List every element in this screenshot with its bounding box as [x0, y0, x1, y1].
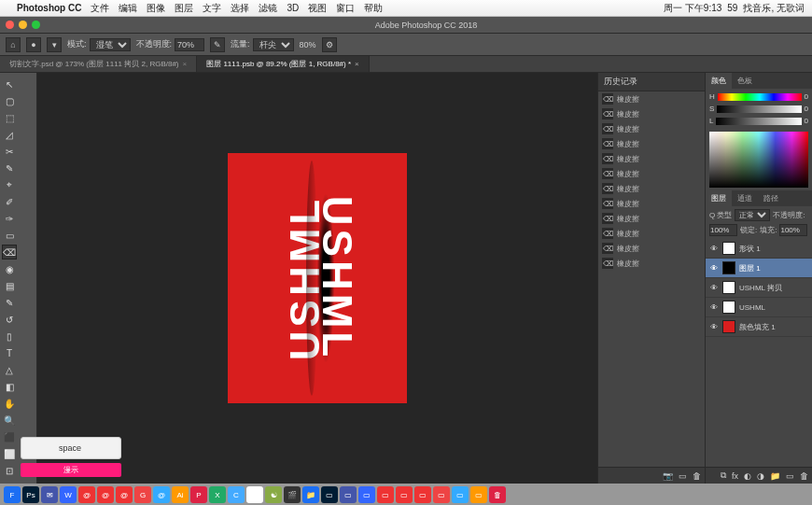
camera-icon[interactable]: 📷 — [663, 471, 673, 481]
visibility-icon[interactable]: 👁 — [709, 264, 719, 273]
tool-10[interactable]: ⌫ — [2, 245, 17, 260]
tool-19[interactable]: ✋ — [2, 396, 17, 411]
dock-app-15[interactable]: 🎬 — [284, 486, 301, 503]
link-icon[interactable]: ⧉ — [721, 470, 726, 481]
channels-tab[interactable]: 通道 — [732, 190, 758, 206]
color-tab[interactable]: 颜色 — [706, 73, 732, 89]
group-icon[interactable]: 📁 — [770, 471, 780, 481]
dock-app-25[interactable]: ▭ — [470, 486, 487, 503]
dock-app-26[interactable]: 🗑 — [489, 486, 506, 503]
dock-app-22[interactable]: ▭ — [414, 486, 431, 503]
history-item[interactable]: ⌫橡皮擦 — [598, 181, 705, 196]
dock-app-7[interactable]: G — [134, 486, 151, 503]
tool-16[interactable]: T — [2, 345, 17, 360]
history-item[interactable]: ⌫橡皮擦 — [598, 211, 705, 226]
dock-app-23[interactable]: ▭ — [433, 486, 450, 503]
mode-select[interactable]: 湿笔 — [90, 38, 131, 51]
layers-tab[interactable]: 图层 — [706, 190, 732, 206]
tool-18[interactable]: ◧ — [2, 379, 17, 394]
history-item[interactable]: ⌫橡皮擦 — [598, 136, 705, 151]
flow-select[interactable]: 杆尖 — [253, 38, 294, 51]
close-icon[interactable] — [6, 21, 14, 29]
visibility-icon[interactable]: 👁 — [709, 284, 719, 292]
close-icon[interactable]: × — [355, 60, 359, 68]
tool-5[interactable]: ✎ — [2, 161, 17, 175]
history-item[interactable]: ⌫橡皮擦 — [598, 151, 705, 166]
trash-icon[interactable]: 🗑 — [800, 471, 808, 481]
tool-8[interactable]: ✑ — [2, 211, 17, 226]
minimize-icon[interactable] — [19, 21, 27, 29]
menu-edit[interactable]: 编辑 — [119, 2, 137, 15]
tool-2[interactable]: ⬚ — [2, 110, 17, 125]
doc-tab-1[interactable]: 图层 1111.psb @ 89.2% (图层 1, RGB/8#) *× — [197, 56, 370, 72]
swatches-tab[interactable]: 色板 — [732, 73, 758, 89]
layer-item[interactable]: 👁形状 1 — [706, 239, 812, 259]
layer-item[interactable]: 👁USHML 拷贝 — [706, 278, 812, 298]
dock-app-24[interactable]: ▭ — [452, 486, 469, 503]
dock-app-13[interactable]: ◯ — [246, 486, 263, 503]
tool-7[interactable]: ✐ — [2, 194, 17, 209]
tool-15[interactable]: ▯ — [2, 329, 17, 344]
layer-thumbnail[interactable] — [722, 261, 735, 274]
dock-app-9[interactable]: Ai — [172, 486, 189, 503]
dock-app-11[interactable]: X — [209, 486, 226, 503]
dock-app-20[interactable]: ▭ — [377, 486, 394, 503]
tool-6[interactable]: ⌖ — [2, 177, 17, 192]
tool-0[interactable]: ↖ — [2, 77, 17, 91]
menu-3d[interactable]: 3D — [287, 3, 299, 13]
tool-23[interactable]: ⊡ — [2, 463, 17, 478]
history-item[interactable]: ⌫橡皮擦 — [598, 256, 705, 271]
pressure-opacity-icon[interactable]: ✎ — [210, 37, 225, 52]
zoom-icon[interactable] — [32, 21, 40, 29]
history-item[interactable]: ⌫橡皮擦 — [598, 121, 705, 136]
fx-icon[interactable]: fx — [732, 471, 738, 481]
layer-item[interactable]: 👁颜色填充 1 — [706, 317, 812, 337]
settings-icon[interactable]: ⚙ — [322, 37, 337, 52]
tool-4[interactable]: ✂ — [2, 144, 17, 159]
hue-slider[interactable] — [718, 93, 802, 101]
adjustment-icon[interactable]: ◑ — [757, 471, 764, 481]
history-item[interactable]: ⌫橡皮擦 — [598, 196, 705, 211]
new-layer-icon[interactable]: ▭ — [786, 471, 794, 481]
other-value[interactable]: 80% — [300, 40, 316, 49]
history-item[interactable]: ⌫橡皮擦 — [598, 241, 705, 256]
dock-app-17[interactable]: ▭ — [321, 486, 338, 503]
tool-12[interactable]: ▤ — [2, 278, 17, 293]
blend-mode-select[interactable]: 正常 — [735, 209, 770, 221]
dock-app-19[interactable]: ▭ — [358, 486, 375, 503]
dock-app-14[interactable]: ☯ — [265, 486, 282, 503]
dock-app-4[interactable]: @ — [78, 486, 95, 503]
dock-app-5[interactable]: @ — [97, 486, 114, 503]
opacity-input[interactable] — [175, 38, 204, 51]
app-name[interactable]: Photoshop CC — [17, 3, 81, 13]
layer-item[interactable]: 👁USHML — [706, 298, 812, 317]
history-item[interactable]: ⌫橡皮擦 — [598, 106, 705, 121]
menu-view[interactable]: 视图 — [308, 2, 327, 15]
status-clock[interactable]: 周一 下午9:13 — [664, 2, 721, 15]
menu-file[interactable]: 文件 — [91, 2, 109, 15]
tool-9[interactable]: ▭ — [2, 228, 17, 243]
dock-app-3[interactable]: W — [60, 486, 77, 503]
tool-21[interactable]: ⬛ — [2, 429, 17, 444]
tool-13[interactable]: ✎ — [2, 295, 17, 310]
new-snapshot-icon[interactable]: ▭ — [679, 471, 687, 481]
brush-presets-icon[interactable]: ▾ — [47, 37, 62, 52]
dock-app-8[interactable]: @ — [153, 486, 170, 503]
tool-17[interactable]: △ — [2, 362, 17, 377]
layer-thumbnail[interactable] — [722, 301, 735, 314]
history-tab[interactable]: 历史记录 — [598, 73, 705, 91]
mask-icon[interactable]: ◐ — [744, 471, 751, 481]
history-item[interactable]: ⌫橡皮擦 — [598, 226, 705, 241]
dock-app-16[interactable]: 📁 — [302, 486, 319, 503]
dock-app-1[interactable]: Ps — [22, 486, 39, 503]
visibility-icon[interactable]: 👁 — [709, 245, 719, 253]
dock-app-0[interactable]: F — [4, 486, 21, 503]
menu-help[interactable]: 帮助 — [364, 2, 383, 15]
close-icon[interactable]: × — [183, 60, 188, 68]
layer-thumbnail[interactable] — [722, 320, 735, 333]
history-item[interactable]: ⌫橡皮擦 — [598, 91, 705, 106]
dock-app-21[interactable]: ▭ — [396, 486, 413, 503]
tool-1[interactable]: ▢ — [2, 93, 17, 108]
menu-text[interactable]: 文字 — [203, 2, 221, 15]
layer-item[interactable]: 👁图层 1 — [706, 259, 812, 278]
